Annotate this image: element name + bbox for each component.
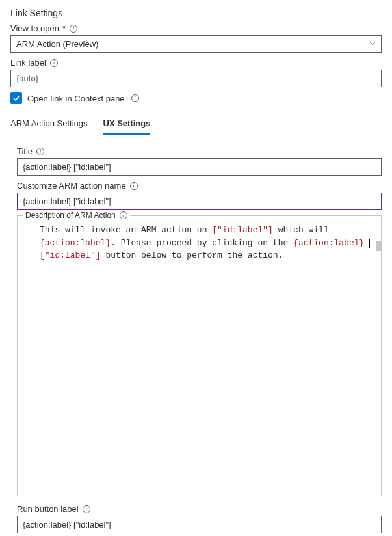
required-asterisk: * <box>62 23 66 33</box>
title-input[interactable] <box>17 158 382 176</box>
info-icon[interactable]: i <box>130 182 138 190</box>
desc-token-action: {action:label} <box>40 238 111 248</box>
view-to-open-select[interactable]: ARM Action (Preview) <box>10 35 382 53</box>
run-button-label-label: Run button label <box>17 504 79 514</box>
desc-token-id: ["id:label"] <box>212 225 273 235</box>
link-label-label: Link label <box>10 58 46 68</box>
desc-text: This will invoke an ARM action on <box>40 225 212 235</box>
tab-ux-settings[interactable]: UX Settings <box>103 116 151 135</box>
desc-token-id: ["id:label"] <box>40 250 101 260</box>
scrollbar-track[interactable] <box>376 221 381 496</box>
info-icon[interactable]: i <box>36 148 44 155</box>
tabs: ARM Action Settings UX Settings <box>10 116 382 135</box>
open-context-label: Open link in Context pane <box>27 94 125 103</box>
description-body[interactable]: This will invoke an ARM action on ["id:l… <box>18 216 381 496</box>
panel-heading: Link Settings <box>10 8 382 18</box>
customize-name-label: Customize ARM action name <box>17 181 126 191</box>
customize-name-input[interactable] <box>17 193 382 210</box>
info-icon[interactable]: i <box>70 25 77 33</box>
description-editor[interactable]: Description of ARM Action i This will in… <box>17 215 382 496</box>
info-icon[interactable]: i <box>83 505 90 513</box>
scrollbar-thumb[interactable] <box>376 241 381 251</box>
text-cursor <box>369 239 370 248</box>
info-icon[interactable]: i <box>50 59 58 67</box>
desc-token-action: {action:label} <box>293 238 364 248</box>
info-icon[interactable]: i <box>131 94 139 102</box>
link-label-input[interactable] <box>10 70 382 87</box>
view-to-open-label: View to open <box>10 23 59 33</box>
open-context-checkbox[interactable] <box>10 92 22 104</box>
desc-text: button below to perform the action. <box>101 250 283 260</box>
tab-arm-action-settings[interactable]: ARM Action Settings <box>10 116 88 135</box>
run-button-label-input[interactable] <box>17 516 382 533</box>
desc-text: . Please proceed by clicking on the <box>111 238 293 248</box>
title-label: Title <box>17 146 33 156</box>
desc-text: which will <box>273 225 329 235</box>
